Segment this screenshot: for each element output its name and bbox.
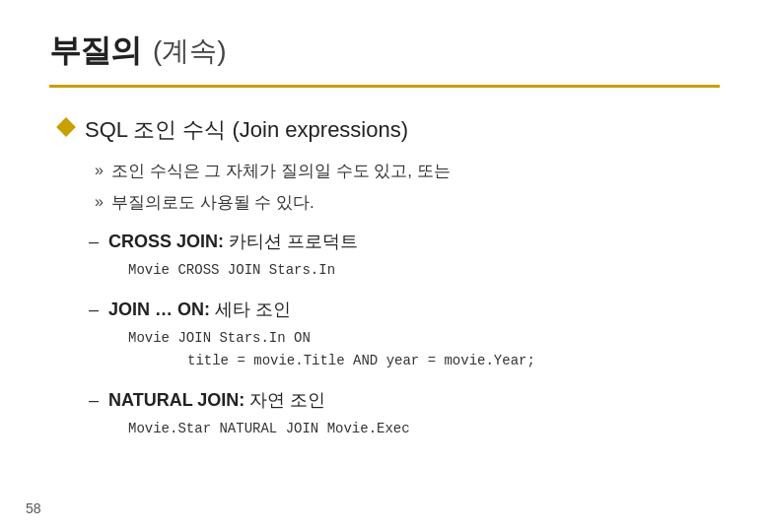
content-section: SQL 조인 수식 (Join expressions) » 조인 수식은 그 … (49, 115, 720, 440)
dash-label-3: NATURAL JOIN: 자연 조인 (108, 387, 720, 414)
dash-marker-3: – (89, 387, 99, 414)
diamond-icon (56, 117, 76, 137)
code-line-2-1: Movie JOIN Stars.In ON (128, 327, 720, 349)
main-bullet-text: SQL 조인 수식 (Join expressions) (85, 115, 408, 145)
dash-label-text-3: 자연 조인 (249, 390, 325, 410)
code-line-1-1: Movie CROSS JOIN Stars.In (128, 262, 335, 278)
dash-label-bold-3: NATURAL JOIN: (108, 390, 245, 410)
dash-label-text-1: 카티션 프로덕트 (229, 232, 358, 251)
sub-bullet-2: » 부질의로도 사용될 수 있다. (95, 190, 720, 216)
dash-content-2: JOIN … ON: 세타 조인 Movie JOIN Stars.In ON … (108, 297, 720, 371)
dash-item-cross-join: – CROSS JOIN: 카티션 프로덕트 Movie CROSS JOIN … (89, 229, 720, 281)
code-block-1: Movie CROSS JOIN Stars.In (128, 259, 720, 281)
sub-bullet-text-1: 조인 수식은 그 자체가 질의일 수도 있고, 또는 (111, 159, 451, 184)
sub-bullets: » 조인 수식은 그 자체가 질의일 수도 있고, 또는 » 부질의로도 사용될… (95, 159, 720, 215)
dash-content-3: NATURAL JOIN: 자연 조인 Movie.Star NATURAL J… (108, 387, 720, 439)
dash-item-natural-join: – NATURAL JOIN: 자연 조인 Movie.Star NATURAL… (89, 387, 720, 439)
slide-container: 부질의 (계속) SQL 조인 수식 (Join expressions) » … (0, 0, 769, 532)
code-block-3: Movie.Star NATURAL JOIN Movie.Exec (128, 418, 720, 439)
dash-label-bold-2: JOIN … ON: (108, 299, 210, 319)
code-line-3-1: Movie.Star NATURAL JOIN Movie.Exec (128, 421, 410, 436)
slide-subtitle: (계속) (153, 33, 227, 70)
dash-label-2: JOIN … ON: 세타 조인 (108, 297, 720, 323)
dash-item-join-on: – JOIN … ON: 세타 조인 Movie JOIN Stars.In O… (89, 297, 720, 371)
dash-label-bold-1: CROSS JOIN: (108, 232, 224, 251)
dash-label-text-2: 세타 조인 (215, 299, 291, 319)
dash-marker-1: – (89, 229, 99, 255)
dash-items: – CROSS JOIN: 카티션 프로덕트 Movie CROSS JOIN … (89, 229, 720, 440)
sub-bullet-marker-1: » (95, 159, 104, 182)
code-line-2-indent: title = movie.Title AND year = movie.Yea… (187, 350, 720, 371)
page-number: 58 (26, 500, 41, 516)
sub-bullet-text-2: 부질의로도 사용될 수 있다. (111, 190, 315, 216)
dash-marker-2: – (89, 297, 99, 323)
dash-content-1: CROSS JOIN: 카티션 프로덕트 Movie CROSS JOIN St… (108, 229, 720, 281)
title-underline (49, 85, 720, 88)
code-block-2: Movie JOIN Stars.In ON title = movie.Tit… (128, 327, 720, 371)
sub-bullet-marker-2: » (95, 190, 104, 214)
dash-label-1: CROSS JOIN: 카티션 프로덕트 (108, 229, 720, 255)
main-bullet: SQL 조인 수식 (Join expressions) (59, 115, 720, 145)
sub-bullet-1: » 조인 수식은 그 자체가 질의일 수도 있고, 또는 (95, 159, 720, 184)
slide-title: 부질의 (49, 30, 141, 73)
header-section: 부질의 (계속) (49, 30, 720, 77)
